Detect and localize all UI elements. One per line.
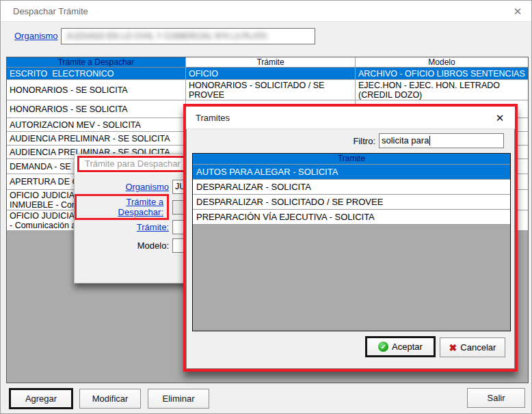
filter-input[interactable]: solicita para	[379, 133, 504, 148]
tramites-list-header: Tramite	[193, 154, 510, 165]
tramites-dialog-titlebar: Tramites ✕	[186, 107, 515, 129]
list-item[interactable]: AUTOS PARA ALEGAR - SOLICITA	[193, 165, 510, 180]
footer-button-bar: Agregar Modificar Eliminar Salir	[1, 383, 531, 414]
mini-tramite-a-despachar-link[interactable]: Trámite a Despachar:	[118, 197, 163, 217]
list-item[interactable]: DESPARALIZAR - SOLICITA	[193, 180, 510, 195]
window-titlebar: Despachar Trámite ✕	[1, 1, 531, 22]
cancel-x-icon: ✖	[449, 342, 457, 353]
tramites-table-header: Trámite a Despachar Trámite Modelo	[7, 57, 528, 68]
organismo-field[interactable]: JUZGADO EN LO CIVIL Y COMERCIAL Nº4 LA P…	[61, 28, 315, 44]
header-tramite[interactable]: Trámite	[186, 57, 356, 67]
tramites-close-icon[interactable]: ✕	[493, 111, 507, 125]
text-cursor	[429, 136, 430, 146]
cell-tramite-a-despachar: AUTORIZACION MEV - SOLICITA	[7, 118, 186, 131]
tramites-dialog-title: Tramites	[196, 113, 230, 123]
agregar-button[interactable]: Agregar	[10, 389, 72, 409]
mini-tramite-link[interactable]: Trámite:	[137, 222, 169, 232]
window-close-icon[interactable]: ✕	[511, 5, 524, 18]
table-row[interactable]: ESCRITO ELECTRONICO OFICIO ARCHIVO - OFI…	[7, 68, 528, 80]
cell-tramite: HONORARIOS - SOLICITADO / SE PROVEE	[186, 80, 356, 100]
salir-button[interactable]: Salir	[467, 388, 525, 408]
filter-input-value: solicita para	[382, 134, 429, 148]
eliminar-button[interactable]: Eliminar	[148, 389, 209, 409]
cell-tramite-a-despachar: HONORARIOS - SE SOLICITA	[7, 100, 186, 118]
aceptar-button-label: Aceptar	[392, 342, 423, 352]
organismo-row: Organismo JUZGADO EN LO CIVIL Y COMERCIA…	[1, 22, 531, 53]
header-modelo[interactable]: Modelo	[356, 57, 528, 67]
aceptar-button[interactable]: ✓ Aceptar	[366, 337, 435, 357]
cell-tramite-a-despachar: HONORARIOS - SE SOLICITA	[7, 80, 186, 100]
mini-modelo-label: Modelo:	[75, 240, 169, 251]
tramites-list-items: AUTOS PARA ALEGAR - SOLICITADESPARALIZAR…	[193, 165, 510, 225]
list-item[interactable]: PREPARACIÓN VÍA EJECUTIVA - SOLICITA	[193, 210, 510, 225]
tramites-list: Tramite AUTOS PARA ALEGAR - SOLICITADESP…	[192, 153, 511, 331]
mini-organismo-link[interactable]: Organismo	[125, 182, 169, 192]
header-tramite-a-despachar[interactable]: Trámite a Despachar	[7, 57, 186, 67]
organismo-value-redacted: JUZGADO EN LO CIVIL Y COMERCIAL Nº4 LA P…	[66, 31, 267, 41]
cancelar-button-label: Cancelar	[460, 342, 496, 353]
accept-check-icon: ✓	[378, 342, 388, 352]
window-title: Despachar Trámite	[13, 6, 88, 16]
annotation-box-mini-title: Trámite para Despachar	[77, 156, 188, 172]
filter-label: Filtro:	[354, 136, 376, 146]
cell-tramite-a-despachar: AUDIENCIA PRELIMINAR - SE SOLICITA	[7, 132, 186, 145]
table-row[interactable]: HONORARIOS - SE SOLICITA HONORARIOS - SO…	[7, 80, 528, 100]
cell-modelo: ARCHIVO - OFICIO LIBROS SENTENCIAS	[356, 68, 528, 79]
tramites-list-empty-area	[193, 225, 510, 331]
organismo-link[interactable]: Organismo	[14, 31, 58, 41]
annotation-box-tramite-a-despachar: Trámite a Despachar:	[75, 194, 169, 220]
modificar-button[interactable]: Modificar	[79, 389, 141, 409]
cell-tramite: OFICIO	[186, 68, 356, 79]
despachar-tramite-window: Despachar Trámite ✕ Organismo JUZGADO EN…	[0, 0, 532, 414]
list-item[interactable]: DESPARALIZAR - SOLICITADO / SE PROVEE	[193, 195, 510, 210]
cell-tramite-a-despachar: ESCRITO ELECTRONICO	[7, 68, 186, 79]
mini-dialog-title: Trámite para Despachar	[85, 158, 181, 169]
cell-modelo: EJEC.HON - EJEC. HON. LETRADO (CREDIL DO…	[356, 80, 528, 100]
cancelar-button[interactable]: ✖ Cancelar	[440, 337, 505, 357]
tramites-dialog: Tramites ✕ Filtro: solicita para Tramite…	[183, 104, 518, 372]
filter-row: Filtro: solicita para	[354, 133, 505, 148]
